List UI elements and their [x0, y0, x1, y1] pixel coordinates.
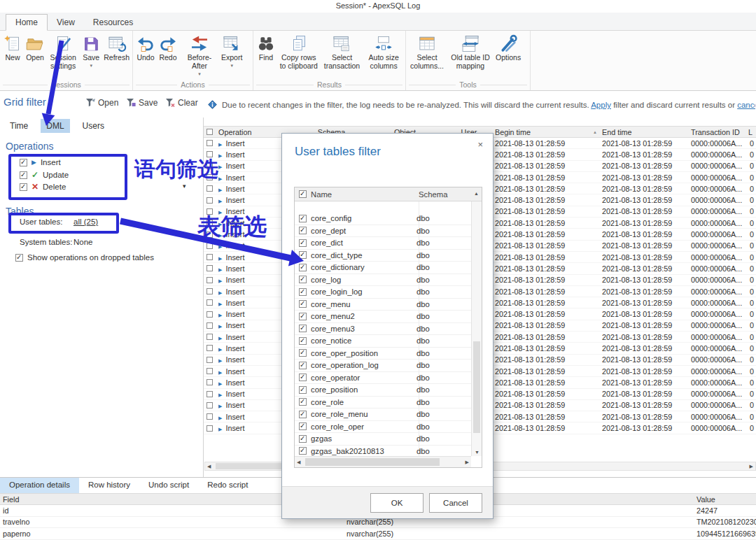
select-all-tables-checkbox[interactable]	[299, 190, 307, 198]
table-checkbox[interactable]	[299, 300, 307, 308]
tab-time[interactable]: Time	[4, 119, 34, 133]
refresh-button[interactable]: Refresh	[102, 34, 131, 62]
save-button[interactable]: Save ▾	[80, 34, 102, 68]
list-item[interactable]: core_dict_type dbo	[295, 250, 471, 262]
before-after-button[interactable]: Before-After ▾	[179, 34, 220, 76]
list-item[interactable]: gzgas dbo	[295, 433, 471, 446]
column-header-begin-time[interactable]: Begin time▲	[492, 128, 599, 136]
table-checkbox[interactable]	[299, 239, 307, 247]
table-checkbox[interactable]	[299, 374, 307, 381]
scroll-right-icon[interactable]: ▶	[750, 464, 753, 469]
table-checkbox[interactable]	[299, 411, 307, 418]
value-column-header[interactable]: Value	[693, 495, 756, 504]
cancel-link[interactable]: cancel	[737, 101, 755, 109]
select-transaction-button[interactable]: Select transaction	[321, 34, 364, 71]
list-item[interactable]: core_position dbo	[295, 384, 471, 397]
list-item[interactable]: core_login_log dbo	[295, 286, 471, 299]
table-checkbox[interactable]	[299, 349, 307, 357]
tab-redo-script[interactable]: Redo script	[198, 478, 257, 493]
copy-rows-button[interactable]: Copy rows to clipboard	[277, 34, 321, 71]
scroll-left-icon[interactable]: ◀	[297, 460, 300, 465]
filter-open-button[interactable]: Open	[85, 98, 118, 108]
tab-home[interactable]: Home	[6, 14, 48, 31]
list-vertical-scrollbar[interactable]: ▼	[471, 201, 482, 456]
select-columns-button[interactable]: Select columns...	[407, 34, 447, 71]
list-item[interactable]: core_log dbo	[295, 274, 471, 287]
row-checkbox[interactable]	[206, 254, 213, 260]
table-checkbox[interactable]	[299, 215, 307, 222]
tab-view[interactable]: View	[48, 15, 84, 30]
row-checkbox[interactable]	[206, 413, 213, 420]
row-checkbox[interactable]	[206, 299, 213, 306]
list-item[interactable]: core_role dbo	[295, 397, 471, 409]
scroll-left-icon[interactable]: ◀	[207, 464, 211, 469]
apply-link[interactable]: Apply	[591, 101, 611, 109]
list-item[interactable]: core_dept dbo	[295, 225, 471, 238]
list-item[interactable]: core_notice dbo	[295, 335, 471, 348]
scrollbar-thumb[interactable]	[305, 458, 440, 466]
row-checkbox[interactable]	[206, 185, 213, 192]
schema-column-header[interactable]: Schema	[419, 190, 447, 199]
list-item[interactable]: core_operator dbo	[295, 372, 471, 385]
column-header-lsn[interactable]: L	[748, 128, 756, 136]
row-checkbox[interactable]	[206, 402, 213, 408]
auto-size-columns-button[interactable]: Auto size columns	[363, 34, 404, 71]
list-item[interactable]: core_role_menu dbo	[295, 408, 471, 421]
table-checkbox[interactable]	[299, 422, 307, 430]
list-item[interactable]: core_config dbo	[295, 213, 471, 225]
row-checkbox[interactable]	[206, 288, 213, 294]
list-item[interactable]: core_menu2 dbo	[295, 311, 471, 323]
table-checkbox[interactable]	[299, 325, 307, 332]
dropped-tables-checkbox[interactable]	[15, 254, 23, 262]
scroll-down-icon[interactable]: ▼	[475, 450, 479, 455]
column-header-end-time[interactable]: End time	[599, 128, 688, 136]
table-checkbox[interactable]	[299, 337, 307, 345]
cancel-button[interactable]: Cancel	[429, 493, 482, 513]
name-column-header[interactable]: Name	[311, 190, 413, 199]
list-item[interactable]: core_oper_position dbo	[295, 348, 471, 360]
row-checkbox[interactable]	[206, 140, 213, 146]
select-all-checkbox[interactable]	[204, 129, 216, 135]
list-item[interactable]: core_dictionary dbo	[295, 262, 471, 274]
table-checkbox[interactable]	[299, 251, 307, 259]
table-checkbox[interactable]	[299, 264, 307, 271]
detail-row[interactable]: paperno nvarchar(255) 109445121669639	[0, 528, 756, 540]
filter-clear-button[interactable]: Clear	[165, 98, 198, 108]
row-checkbox[interactable]	[206, 391, 213, 397]
table-checkbox[interactable]	[299, 362, 307, 369]
list-item[interactable]: core_dict dbo	[295, 237, 471, 250]
table-checkbox[interactable]	[299, 386, 307, 394]
scroll-up-icon[interactable]: ▲	[474, 191, 479, 196]
table-checkbox[interactable]	[299, 227, 307, 234]
row-checkbox[interactable]	[206, 265, 213, 271]
dropped-tables-row[interactable]: Show operations on dropped tables	[15, 253, 154, 262]
table-checkbox[interactable]	[299, 447, 307, 455]
tab-users[interactable]: Users	[77, 119, 110, 133]
session-settings-button[interactable]: Session settings	[46, 34, 80, 71]
close-icon[interactable]: ×	[475, 138, 486, 151]
find-button[interactable]: Find	[255, 34, 277, 62]
tab-dml[interactable]: DML	[41, 119, 69, 133]
open-button[interactable]: Open	[24, 34, 46, 62]
table-checkbox[interactable]	[299, 313, 307, 320]
tab-operation-details[interactable]: Operation details	[0, 478, 79, 493]
row-checkbox[interactable]	[206, 425, 213, 432]
row-checkbox[interactable]	[206, 345, 213, 351]
row-checkbox[interactable]	[206, 334, 213, 340]
column-header-transaction-id[interactable]: Transaction ID	[688, 128, 748, 136]
row-checkbox[interactable]	[206, 368, 213, 374]
tab-undo-script[interactable]: Undo script	[139, 478, 198, 493]
old-table-id-mapping-button[interactable]: Old table ID mapping	[447, 34, 494, 71]
undo-button[interactable]: Undo	[134, 34, 157, 62]
export-button[interactable]: Export ▾	[220, 34, 244, 68]
scroll-right-icon[interactable]: ▶	[465, 460, 469, 465]
row-checkbox[interactable]	[206, 197, 213, 204]
row-checkbox[interactable]	[206, 243, 213, 249]
row-checkbox[interactable]	[206, 357, 213, 363]
row-checkbox[interactable]	[206, 322, 213, 329]
redo-button[interactable]: Redo	[157, 34, 179, 62]
tab-row-history[interactable]: Row history	[79, 478, 139, 493]
scrollbar-thumb[interactable]	[473, 341, 480, 433]
table-checkbox[interactable]	[299, 398, 307, 406]
row-checkbox[interactable]	[206, 379, 213, 385]
